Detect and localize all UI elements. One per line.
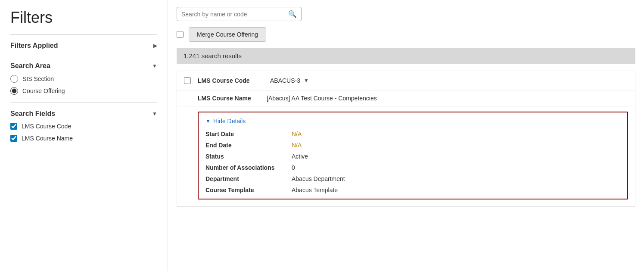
- search-fields-header[interactable]: Search Fields ▼: [10, 110, 157, 118]
- sidebar-title: Filters: [10, 9, 157, 27]
- status-label: Status: [205, 153, 292, 160]
- lms-course-code-value: ABACUS-3: [270, 77, 300, 84]
- search-input[interactable]: [181, 11, 288, 18]
- divider-1: [10, 34, 157, 35]
- radio-course-offering-input[interactable]: [10, 87, 18, 95]
- divider-3: [10, 103, 157, 103]
- main-content: 🔍 Merge Course Offering 1,241 search res…: [168, 0, 644, 271]
- search-icon: 🔍: [288, 10, 297, 18]
- checkbox-lms-course-name-input[interactable]: [10, 135, 17, 142]
- start-date-value: N/A: [292, 131, 620, 137]
- filters-applied-label: Filters Applied: [10, 42, 58, 50]
- start-date-label: Start Date: [205, 131, 292, 137]
- search-bar-row: 🔍: [177, 7, 635, 21]
- checkbox-lms-course-code[interactable]: LMS Course Code: [10, 123, 157, 130]
- search-area-chevron-icon: ▼: [152, 63, 157, 69]
- course-template-label: Course Template: [205, 187, 292, 193]
- radio-sis-section[interactable]: SIS Section: [10, 75, 157, 83]
- search-fields-label: Search Fields: [10, 110, 55, 118]
- search-input-wrapper[interactable]: 🔍: [177, 7, 302, 21]
- course-code-row: LMS Course Code ABACUS-3 ▼: [198, 77, 309, 84]
- radio-sis-section-input[interactable]: [10, 75, 18, 83]
- hide-details-chevron-icon: ▼: [205, 118, 211, 124]
- result-card-checkbox[interactable]: [184, 77, 191, 84]
- sidebar: Filters Filters Applied ▶ Search Area ▼ …: [0, 0, 168, 271]
- result-card: LMS Course Code ABACUS-3 ▼ LMS Course Na…: [177, 71, 635, 207]
- department-label: Department: [205, 175, 292, 182]
- merge-course-offering-button[interactable]: Merge Course Offering: [189, 27, 266, 42]
- search-area-label: Search Area: [10, 62, 50, 70]
- details-section: ▼ Hide Details Start Date N/A End Date N…: [198, 112, 628, 199]
- merge-checkbox[interactable]: [177, 31, 184, 38]
- course-template-value: Abacus Template: [292, 187, 620, 193]
- radio-sis-section-label: SIS Section: [22, 75, 54, 82]
- checkbox-lms-course-code-input[interactable]: [10, 123, 17, 130]
- hide-details-button[interactable]: ▼ Hide Details: [205, 118, 246, 125]
- hide-details-label: Hide Details: [213, 118, 246, 125]
- search-fields-checkbox-group: LMS Course Code LMS Course Name: [10, 123, 157, 142]
- results-count-bar: 1,241 search results: [177, 48, 635, 64]
- num-associations-value: 0: [292, 164, 620, 171]
- filters-applied-chevron-icon: ▶: [153, 43, 157, 49]
- num-associations-label: Number of Associations: [205, 164, 292, 171]
- radio-course-offering-label: Course Offering: [22, 87, 65, 94]
- merge-row: Merge Course Offering: [177, 27, 635, 42]
- divider-2: [10, 55, 157, 55]
- result-name-row: LMS Course Name [Abacus] AA Test Course …: [177, 90, 635, 106]
- end-date-label: End Date: [205, 142, 292, 149]
- lms-course-name-label: LMS Course Name: [198, 95, 267, 102]
- checkbox-lms-course-name-label: LMS Course Name: [22, 135, 73, 142]
- results-count-text: 1,241 search results: [184, 52, 242, 59]
- search-fields-chevron-icon: ▼: [152, 111, 157, 117]
- lms-course-name-value: [Abacus] AA Test Course - Competencies: [267, 95, 377, 102]
- status-value: Active: [292, 153, 620, 160]
- department-value: Abacus Department: [292, 175, 620, 182]
- result-card-header: LMS Course Code ABACUS-3 ▼: [177, 71, 635, 90]
- lms-course-code-label: LMS Course Code: [198, 77, 267, 84]
- course-code-dropdown-icon[interactable]: ▼: [304, 78, 309, 84]
- checkbox-lms-course-name[interactable]: LMS Course Name: [10, 135, 157, 142]
- filters-applied-header[interactable]: Filters Applied ▶: [10, 42, 157, 50]
- search-area-header[interactable]: Search Area ▼: [10, 62, 157, 70]
- radio-course-offering[interactable]: Course Offering: [10, 87, 157, 95]
- details-grid: Start Date N/A End Date N/A Status Activ…: [205, 131, 620, 193]
- end-date-value: N/A: [292, 142, 620, 149]
- search-area-radio-group: SIS Section Course Offering: [10, 75, 157, 95]
- checkbox-lms-course-code-label: LMS Course Code: [22, 123, 71, 130]
